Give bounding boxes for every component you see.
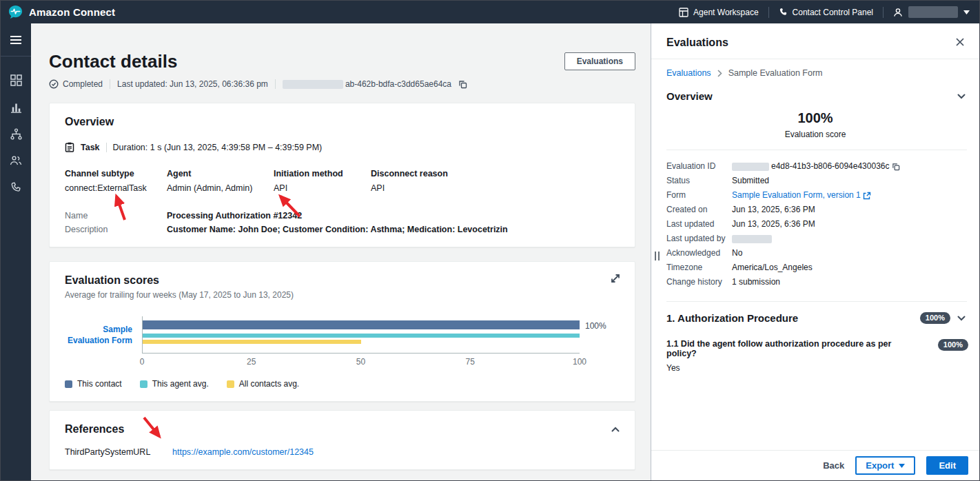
panel-overview-title: Overview [666,90,713,102]
app-root: Amazon Connect Agent Workspace Contact C… [0,0,980,481]
references-card: References ThirdPartySystemURL https://e… [49,410,635,470]
metrics-icon[interactable] [10,101,22,113]
field-channel-subtype: Channel subtype connect:ExternalTask [65,169,167,193]
chart-bar-value-label: 100% [585,321,606,331]
evaluation-score-caption: Evaluation score [651,130,979,139]
topbar-separator [883,7,884,18]
chevron-right-icon [717,70,722,77]
form-link[interactable]: Sample Evaluation Form, version 1 [732,188,861,203]
brand: Amazon Connect [8,4,115,20]
authorization-section-title: 1. Authorization Procedure [666,312,798,324]
tick-label: 0 [140,357,145,367]
evaluation-scores-title: Evaluation scores [65,274,620,287]
close-icon[interactable] [955,35,966,50]
chart-legend: This contact This agent avg. All contact… [65,379,620,389]
evaluations-button[interactable]: Evaluations [564,52,635,70]
field-agent: Agent Admin (Admin, Admin) [167,169,274,193]
panel-resize-handle[interactable] [651,249,662,263]
overview-card: Overview Task Duration: 1 s (Jun 13, 202… [49,103,635,247]
chart-plot-wrap: 100% 0 25 50 75 100 [142,316,580,369]
caret-down-icon [899,464,905,468]
chart-x-axis: 0 25 50 75 100 [142,357,580,369]
legend-swatch [227,380,234,388]
tick-label: 100 [573,357,586,367]
brand-name: Amazon Connect [29,6,115,18]
panel-field-change-history: Change history 1 submission [651,275,979,289]
panel-footer: Back Export Edit [651,450,979,480]
panel-field-last-updated: Last updated Jun 13, 2025, 6:36 PM [651,217,979,232]
contact-control-panel-label: Contact Control Panel [793,8,873,17]
references-head: References [65,423,620,436]
copy-icon[interactable] [458,80,467,89]
breadcrumb-current: Sample Evaluation Form [728,68,823,78]
redacted-evaluation-id-prefix [732,163,769,171]
channel-type: Task [81,143,100,152]
agent-workspace-link[interactable]: Agent Workspace [679,8,759,17]
workspace-icon [679,8,688,17]
user-icon [893,8,903,17]
status-completed-label: Completed [63,79,103,89]
panel-field-evaluation-id: Evaluation ID e4d8-41b3-b806-6094e430036… [651,159,979,174]
contact-status-row: Completed Last updated: Jun 13, 2025, 06… [49,79,635,89]
duration: Duration: 1 s (Jun 13, 2025, 4:39:58 PM … [113,143,323,152]
legend-all-contacts-avg: All contacts avg. [227,379,299,389]
evaluation-scores-chart: Sample Evaluation Form 100% 0 25 50 75 1… [65,316,620,369]
tick-label: 25 [247,357,256,367]
evaluation-score-block: 100% Evaluation score [651,110,979,139]
overview-card-title: Overview [65,116,620,128]
copy-icon[interactable] [892,163,900,171]
channels-icon[interactable] [10,181,22,194]
panel-field-timezone: Timezone America/Los_Angeles [651,260,979,275]
separator [110,79,110,89]
routing-icon[interactable] [10,127,22,140]
name-value: Processing Authorization #12342 [167,211,620,221]
legend-swatch [65,380,72,388]
references-title: References [65,423,124,436]
reference-label: ThirdPartySystemURL [65,447,172,457]
users-icon[interactable] [10,154,22,167]
evaluation-scores-subtitle: Average for trailing four weeks (May 17,… [65,290,620,300]
task-icon [65,142,74,152]
reference-link[interactable]: https://example.com/customer/12345 [172,447,314,457]
panel-fields: Evaluation ID e4d8-41b3-b806-6094e430036… [651,159,979,289]
user-menu[interactable] [893,6,970,18]
amazon-connect-logo-icon [8,4,23,20]
chart-category-link[interactable]: Sample Evaluation Form [65,325,142,369]
divider [666,150,967,150]
back-button[interactable]: Back [823,460,844,471]
section-score-badge: 100% [920,312,950,324]
expand-icon[interactable] [610,273,621,287]
breadcrumb: Evaluations Sample Evaluation Form [651,59,979,78]
export-button[interactable]: Export [855,456,915,475]
dashboard-icon[interactable] [10,74,22,86]
field-disconnect-reason: Disconnect reason API [371,169,620,193]
reference-row: ThirdPartySystemURL https://example.com/… [65,447,620,457]
panel-field-last-updated-by: Last updated by [651,232,979,246]
page-head: Contact details Evaluations [49,51,635,72]
evaluations-panel: Evaluations Evaluations Sample Evaluatio… [651,23,979,480]
chevron-up-icon[interactable] [611,427,620,432]
authorization-section-header[interactable]: 1. Authorization Procedure 100% [651,312,979,324]
topbar-right: Agent Workspace Contact Control Panel [679,6,970,18]
contact-id: ab-462b-bdfa-c3dd65ae64ca [345,79,451,89]
bar-this-agent-avg [143,334,580,338]
menu-icon[interactable] [1,23,31,57]
panel-title: Evaluations [666,37,728,49]
redacted-contact-id-prefix [283,80,343,89]
contact-control-panel-link[interactable]: Contact Control Panel [779,8,873,17]
breadcrumb-evaluations-link[interactable]: Evaluations [666,68,711,78]
divider [666,301,967,302]
user-name-redacted [908,6,958,18]
last-updated-label: Last updated: Jun 13, 2025, 06:36:36 pm [117,79,268,89]
edit-button[interactable]: Edit [926,456,968,475]
panel-overview-header[interactable]: Overview [651,90,979,102]
chevron-down-icon[interactable] [957,316,966,321]
agent-workspace-label: Agent Workspace [693,8,759,17]
chevron-down-icon[interactable] [957,94,966,99]
page-title: Contact details [49,51,177,72]
panel-field-status: Status Submitted [651,174,979,188]
caret-down-icon [963,10,970,14]
topbar-separator [768,7,769,18]
question-answer: Yes [666,363,966,373]
check-circle-icon [49,79,59,89]
